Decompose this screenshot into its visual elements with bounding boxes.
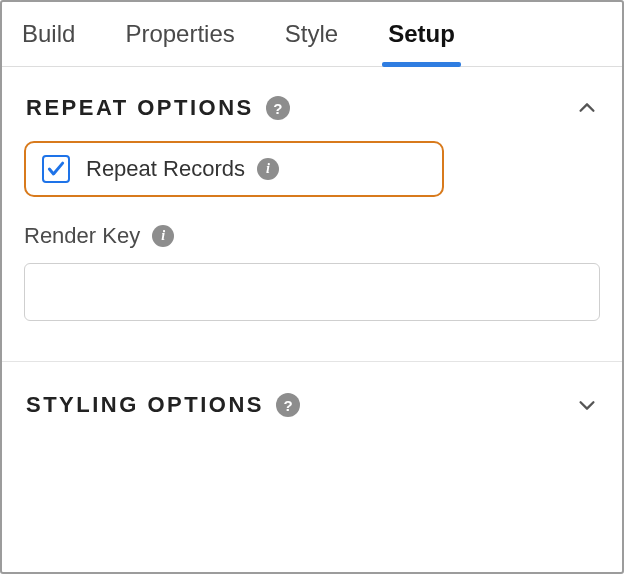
tab-bar: Build Properties Style Setup (2, 2, 622, 67)
repeat-records-row: Repeat Records (24, 141, 444, 197)
section-header-repeat[interactable]: REPEAT OPTIONS (2, 67, 622, 135)
chevron-up-icon (576, 97, 598, 119)
section-body-repeat: Repeat Records Render Key (2, 135, 622, 361)
section-repeat-options: REPEAT OPTIONS Repeat Records R (2, 67, 622, 362)
render-key-label: Render Key (24, 223, 140, 249)
section-title-styling: STYLING OPTIONS (26, 392, 264, 418)
repeat-records-label: Repeat Records (86, 156, 245, 182)
help-icon[interactable] (266, 96, 290, 120)
tab-style[interactable]: Style (285, 2, 338, 66)
repeat-records-checkbox[interactable] (42, 155, 70, 183)
info-icon[interactable] (152, 225, 174, 247)
section-title-repeat: REPEAT OPTIONS (26, 95, 254, 121)
render-key-field: Render Key (24, 223, 600, 321)
info-icon[interactable] (257, 158, 279, 180)
chevron-down-icon (576, 394, 598, 416)
tab-properties[interactable]: Properties (125, 2, 234, 66)
section-header-styling[interactable]: STYLING OPTIONS (2, 362, 622, 448)
sections: REPEAT OPTIONS Repeat Records R (2, 67, 622, 572)
section-styling-options: STYLING OPTIONS (2, 362, 622, 448)
render-key-input[interactable] (24, 263, 600, 321)
help-icon[interactable] (276, 393, 300, 417)
tab-setup[interactable]: Setup (388, 2, 455, 66)
tab-build[interactable]: Build (22, 2, 75, 66)
settings-panel: Build Properties Style Setup REPEAT OPTI… (0, 0, 624, 574)
